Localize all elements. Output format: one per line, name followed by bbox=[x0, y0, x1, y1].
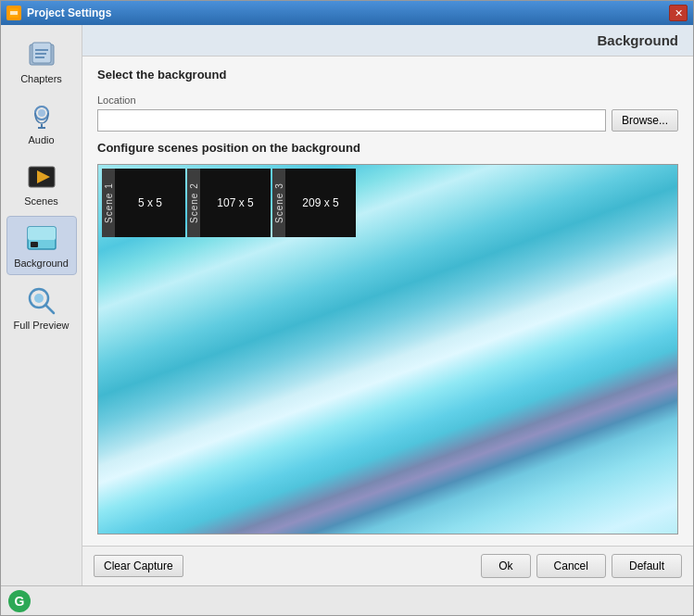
svg-point-9 bbox=[38, 109, 45, 117]
title-bar: Project Settings ✕ bbox=[1, 1, 693, 25]
scene-3-label: Scene 3 bbox=[272, 169, 285, 237]
browse-button[interactable]: Browse... bbox=[612, 109, 678, 132]
footer-buttons: Ok Cancel Default bbox=[481, 554, 682, 578]
svg-point-20 bbox=[34, 294, 44, 303]
sidebar-item-background[interactable]: Background bbox=[6, 216, 77, 275]
content-body: Select the background Location Browse...… bbox=[82, 57, 693, 546]
location-row: Browse... bbox=[97, 109, 678, 132]
scenes-label: Scenes bbox=[24, 195, 58, 207]
configure-title: Configure scenes position on the backgro… bbox=[97, 141, 678, 155]
title-bar-title: Project Settings bbox=[27, 6, 669, 19]
footer-bar: Clear Capture Ok Cancel Default bbox=[82, 546, 693, 585]
close-button[interactable]: ✕ bbox=[669, 5, 688, 21]
scene-block-2[interactable]: Scene 2 107 x 5 bbox=[187, 169, 271, 237]
scene-1-coords: 5 x 5 bbox=[138, 196, 162, 209]
sidebar-item-chapters[interactable]: Chapters bbox=[6, 32, 77, 90]
scene-2-label: Scene 2 bbox=[187, 169, 200, 237]
content-header: Background bbox=[82, 25, 693, 57]
select-background-title: Select the background bbox=[97, 68, 678, 82]
audio-label: Audio bbox=[28, 134, 54, 145]
audio-icon bbox=[25, 99, 58, 132]
ok-button[interactable]: Ok bbox=[481, 554, 530, 578]
full-preview-icon bbox=[25, 284, 58, 318]
location-label: Location bbox=[97, 94, 678, 106]
svg-rect-17 bbox=[31, 242, 38, 247]
scene-1-label: Scene 1 bbox=[102, 169, 115, 237]
cancel-button[interactable]: Cancel bbox=[536, 554, 606, 578]
chapters-icon bbox=[25, 38, 58, 71]
background-icon bbox=[25, 222, 58, 256]
scenes-icon bbox=[25, 160, 58, 194]
main-content: Background Select the background Locatio… bbox=[82, 25, 693, 585]
default-button[interactable]: Default bbox=[612, 554, 682, 578]
svg-rect-0 bbox=[9, 8, 19, 18]
scene-block-3[interactable]: Scene 3 209 x 5 bbox=[272, 169, 356, 237]
bottom-bar: G bbox=[1, 585, 693, 615]
sidebar-item-full-preview[interactable]: Full Preview bbox=[6, 279, 77, 336]
window-body: Chapters Audio bbox=[1, 25, 693, 585]
sidebar-item-scenes[interactable]: Scenes bbox=[6, 155, 77, 212]
scenes-row: Scene 1 5 x 5 Scene 2 107 x 5 Scene 3 20… bbox=[102, 169, 356, 237]
clear-capture-button[interactable]: Clear Capture bbox=[94, 555, 183, 577]
scene-2-coords: 107 x 5 bbox=[217, 196, 253, 209]
scene-block-1[interactable]: Scene 1 5 x 5 bbox=[102, 169, 185, 237]
sidebar-item-audio[interactable]: Audio bbox=[6, 94, 77, 151]
scene-3-coords: 209 x 5 bbox=[302, 196, 338, 209]
title-bar-icon bbox=[6, 6, 21, 20]
main-window: Project Settings ✕ Chapters bbox=[0, 0, 694, 616]
location-input[interactable] bbox=[97, 109, 606, 132]
svg-rect-16 bbox=[28, 227, 56, 240]
svg-line-19 bbox=[45, 305, 54, 313]
svg-rect-4 bbox=[32, 43, 51, 63]
sidebar: Chapters Audio bbox=[1, 25, 82, 585]
location-section: Location Browse... bbox=[97, 94, 678, 132]
background-canvas: Scene 1 5 x 5 Scene 2 107 x 5 Scene 3 20… bbox=[97, 164, 678, 534]
chapters-label: Chapters bbox=[20, 73, 62, 84]
background-label: Background bbox=[14, 258, 69, 269]
full-preview-label: Full Preview bbox=[14, 320, 69, 331]
app-logo: G bbox=[8, 590, 31, 612]
